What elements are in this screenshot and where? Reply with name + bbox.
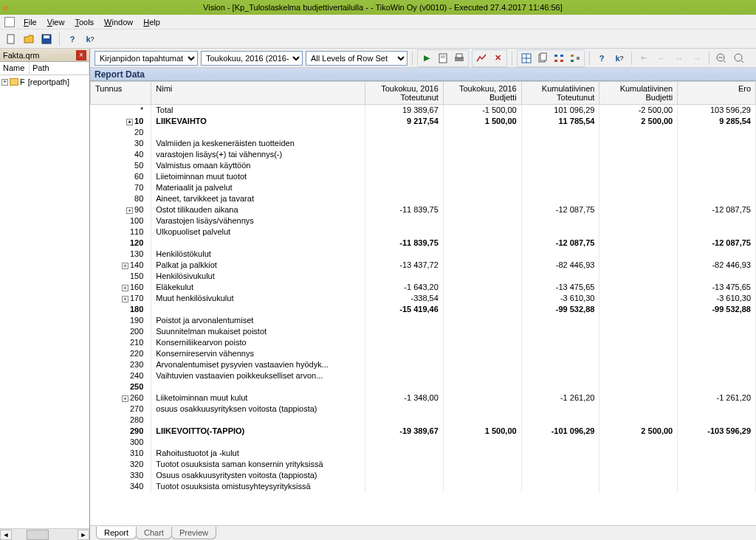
table-row[interactable]: 130Henkilöstökulut bbox=[91, 249, 756, 260]
table-row[interactable]: +10LIIKEVAIHTO9 217,541 500,0011 785,542… bbox=[91, 116, 756, 127]
cell-value bbox=[521, 315, 599, 326]
cell-value: -12 087,75 bbox=[678, 238, 756, 249]
nav-last-icon[interactable]: → bbox=[690, 51, 704, 66]
copy-icon[interactable] bbox=[535, 51, 550, 66]
col-4[interactable]: KumulatiivinenBudjetti bbox=[599, 82, 678, 105]
nav-next-icon[interactable]: ↔ bbox=[672, 51, 687, 66]
help-icon[interactable]: ? bbox=[66, 32, 79, 46]
new-icon[interactable] bbox=[4, 32, 18, 46]
filter1-icon[interactable] bbox=[551, 51, 566, 66]
col-name[interactable]: Name bbox=[0, 62, 30, 75]
combo-levels[interactable]: All Levels of Row Set bbox=[306, 51, 408, 66]
menu-window[interactable]: Window bbox=[100, 16, 137, 28]
table-row[interactable]: +260Liiketoiminnan muut kulut-1 348,00-1… bbox=[91, 392, 756, 404]
table-row[interactable]: *Total19 389,67-1 500,00101 096,29-2 500… bbox=[91, 105, 756, 116]
whatsthis2-icon[interactable]: k? bbox=[612, 51, 627, 66]
table-row[interactable]: +140 Palkat ja palkkiot-13 437,72-82 446… bbox=[91, 260, 756, 271]
table-row[interactable]: 190Poistot ja arvonalentumiset bbox=[91, 315, 756, 326]
table-row[interactable]: 270osuus osakkuusyrityksen voitosta (tap… bbox=[91, 404, 756, 415]
print-setup-icon[interactable] bbox=[436, 51, 450, 66]
tab-chart[interactable]: Chart bbox=[136, 527, 172, 539]
table-row[interactable]: 200 Suunnitelman mukaiset poistot bbox=[91, 326, 756, 337]
cell-value bbox=[678, 138, 756, 149]
col-nimi[interactable]: Nimi bbox=[151, 82, 365, 105]
table-row[interactable]: 290LIIKEVOITTO(-TAPPIO)-19 389,671 500,0… bbox=[91, 426, 756, 437]
expand-icon[interactable]: + bbox=[126, 207, 133, 214]
table-row[interactable]: 50Valmistus omaan käyttöön bbox=[91, 160, 756, 171]
col-5[interactable]: Ero bbox=[678, 82, 756, 105]
menu-view[interactable]: View bbox=[43, 16, 69, 28]
scroll-left-icon[interactable]: ◄ bbox=[0, 530, 12, 540]
table-row[interactable]: 220 Konsernireservin vähennys bbox=[91, 348, 756, 359]
sidebar-scrollbar[interactable]: ◄ ► bbox=[0, 528, 89, 540]
menu-help[interactable]: Help bbox=[139, 16, 165, 28]
expand-icon[interactable]: + bbox=[122, 285, 128, 291]
cell-tunnus: +90 bbox=[91, 204, 151, 215]
table-row[interactable]: 70Materiaalit ja palvelut bbox=[91, 182, 756, 193]
filter2-icon[interactable] bbox=[568, 51, 583, 66]
expand-icon[interactable]: + bbox=[126, 119, 133, 125]
expand-icon[interactable]: + bbox=[122, 395, 128, 402]
open-icon[interactable] bbox=[22, 32, 35, 46]
table-row[interactable]: 40 varastojen lisäys(+) tai vähennys(-) bbox=[91, 149, 756, 160]
tree-row[interactable]: + F [reportpath] bbox=[1, 77, 88, 87]
col-2[interactable]: Toukokuu, 2016Budjetti bbox=[443, 82, 521, 105]
col-1[interactable]: Toukokuu, 2016Toteutunut bbox=[365, 82, 444, 105]
expand-icon[interactable]: + bbox=[1, 79, 8, 86]
grid[interactable]: Tunnus Nimi Toukokuu, 2016Toteutunut Tou… bbox=[90, 81, 756, 525]
table-row[interactable]: 120-11 839,75-12 087,75-12 087,75 bbox=[91, 238, 756, 249]
print-icon[interactable] bbox=[452, 51, 467, 66]
combo-source[interactable]: Kirjanpidon tapahtumat (Tili) bbox=[94, 51, 198, 66]
tab-report[interactable]: Report bbox=[96, 527, 137, 539]
zoom-in-icon[interactable] bbox=[732, 51, 746, 66]
combo-period[interactable]: Toukokuu, 2016 (2016-01, bbox=[201, 51, 303, 66]
tree-body[interactable]: + F [reportpath] bbox=[0, 75, 89, 528]
scroll-right-icon[interactable]: ► bbox=[78, 530, 89, 540]
table-row[interactable]: 100 Varastojen lisäys/vähennys bbox=[91, 215, 756, 226]
table-row[interactable]: 30Valmiiden ja keskeneräisten tuotteiden bbox=[91, 138, 756, 149]
cell-value bbox=[599, 470, 678, 481]
scroll-thumb[interactable] bbox=[27, 530, 49, 540]
table-row[interactable]: +160 Eläkekulut-1 643,20-13 475,65-13 47… bbox=[91, 282, 756, 293]
table-row[interactable]: 250 bbox=[91, 381, 756, 392]
run-icon[interactable]: ▶ bbox=[419, 51, 434, 66]
table-row[interactable]: 60Liietoiminnan muut tuotot bbox=[91, 171, 756, 182]
expand-icon[interactable]: + bbox=[122, 263, 128, 269]
whatsthis-icon[interactable]: k? bbox=[83, 32, 97, 46]
table-row[interactable]: 20 bbox=[91, 127, 756, 138]
col-3[interactable]: KumulatiivinenToteutunut bbox=[521, 82, 599, 105]
grid-icon[interactable] bbox=[519, 51, 534, 66]
table-row[interactable]: 80 Aineet, tarvikkeet ja tavarat bbox=[91, 193, 756, 204]
zoom-out-icon[interactable] bbox=[714, 51, 729, 66]
save-icon[interactable] bbox=[40, 32, 53, 46]
nav-prev-icon[interactable]: ← bbox=[654, 51, 669, 66]
table-row[interactable]: 150 Henkilösivukulut bbox=[91, 271, 756, 282]
table-row[interactable]: +170 Muut henkilösivukulut-338,54-3 610,… bbox=[91, 293, 756, 304]
table-row[interactable]: 230 Arvonalentumiset pysyvien vastaavien… bbox=[91, 359, 756, 370]
col-tunnus[interactable]: Tunnus bbox=[91, 82, 151, 105]
table-row[interactable]: 320 Tuotot osuuksista saman konsernin yr… bbox=[91, 459, 756, 470]
tab-preview[interactable]: Preview bbox=[171, 527, 216, 539]
table-row[interactable]: 280 bbox=[91, 415, 756, 426]
nav-first-icon[interactable]: ⇤ bbox=[636, 51, 651, 66]
cell-value bbox=[599, 481, 678, 492]
table-row[interactable]: 180-15 419,46-99 532,88-99 532,88 bbox=[91, 304, 756, 315]
menu-file[interactable]: File bbox=[19, 16, 41, 28]
table-row[interactable]: 330 Osuus osakkuusyritysten voitosta (ta… bbox=[91, 470, 756, 481]
table-row[interactable]: 240 Vaihtuvien vastaavien poikkeuksellis… bbox=[91, 370, 756, 381]
close-icon[interactable]: × bbox=[76, 50, 86, 60]
cell-value bbox=[678, 337, 756, 348]
delete-icon[interactable]: ✕ bbox=[490, 51, 505, 66]
table-row[interactable]: +90 Ostot tilikauden aikana-11 839,75-12… bbox=[91, 204, 756, 215]
table-row[interactable]: 110 Ulkopuoliset palvelut bbox=[91, 226, 756, 238]
chart-icon[interactable] bbox=[474, 51, 489, 66]
expand-icon[interactable]: + bbox=[122, 296, 128, 302]
table-row[interactable]: 300 bbox=[91, 437, 756, 448]
table-row[interactable]: 340 Tuotot osuuksista omistusyhteysyrity… bbox=[91, 481, 756, 492]
menu-tools[interactable]: Tools bbox=[70, 16, 98, 28]
col-path[interactable]: Path bbox=[30, 62, 89, 75]
cell-value bbox=[443, 315, 521, 326]
table-row[interactable]: 310Rahoitustuotot ja -kulut bbox=[91, 448, 756, 459]
table-row[interactable]: 210 Konserniliikearvon poisto bbox=[91, 337, 756, 348]
help2-icon[interactable]: ? bbox=[594, 51, 609, 66]
